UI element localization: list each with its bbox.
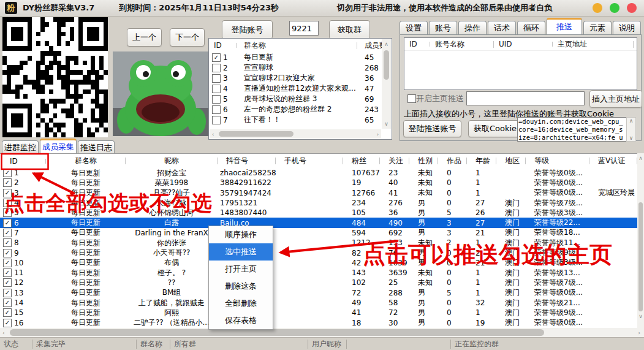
insert-home-button[interactable]: 插入主页地址 [589,90,642,108]
get-group-button[interactable]: 获取群 [329,20,370,39]
tab-说明[interactable]: 说明 [613,21,641,34]
minimize-button[interactable] [593,3,602,13]
member-hscrollbar[interactable]: ‹ › [0,328,644,337]
table-row[interactable]: ✓11每日更新橙子。 ?1433639未知01澳门荣誉等级13... [0,268,637,278]
row-checkbox[interactable]: ✓ [3,278,12,287]
row-checkbox[interactable]: ✓ [3,308,12,317]
column-header[interactable]: 等级 [526,156,589,166]
row-checkbox[interactable]: ✓ [3,249,12,257]
column-header[interactable]: 主页地址 [553,39,634,50]
menu-item-全部删除[interactable]: 全部删除 [209,295,273,312]
row-checkbox[interactable]: ✓ [3,319,12,327]
column-header[interactable]: ID [404,40,430,48]
login-push-button[interactable]: 登陆推送账号 [403,120,461,137]
column-header[interactable]: 群名称 [46,156,126,166]
menu-item-选中推送[interactable]: 选中推送 [209,243,273,261]
table-row[interactable]: ✓14每日更新上了贼船，就跟贼走4958男032澳门荣誉等级21... [0,298,637,308]
table-row[interactable]: ✓4每日更新天海??脉17951321234276男027澳门荣誉等级7级... [0,198,637,208]
column-header[interactable]: 群名称 [237,40,357,51]
table-row[interactable]: 5虎哥球坛说的粉丝群 369 [209,94,392,104]
row-checkbox[interactable]: ✓ [3,238,12,247]
column-header[interactable]: 关注 [380,156,409,166]
table-row[interactable]: ✓2每日更新菜菜1998388429116221940未知01荣誉等级0级... [0,178,637,188]
scroll-left-icon[interactable]: ‹ [2,330,5,336]
row-checkbox[interactable]: ✓ [3,169,12,177]
column-header[interactable]: 账号名称 [430,39,494,50]
scroll-up-icon[interactable]: ∧ [637,155,644,161]
tab-推送日志[interactable]: 推送日志 [78,140,115,154]
member-hscroll-thumb[interactable] [10,329,544,336]
table-row[interactable]: ✓6每日更新白露Bailu.co484490男327澳门荣誉等级22... [0,218,637,227]
row-checkbox[interactable]: ✓ [3,229,12,237]
row-checkbox[interactable]: ✓ [3,259,12,267]
row-checkbox[interactable] [212,85,221,93]
row-checkbox[interactable]: ✓ [3,268,12,277]
table-row[interactable]: ✓9每日更新小天哥哥??8276男02澳门荣誉等级9级... [0,248,637,257]
cookie-scrollbar[interactable]: ∧∨ [626,117,636,142]
row-checkbox[interactable] [212,116,221,124]
row-checkbox[interactable]: ✓ [3,199,12,207]
column-header[interactable]: 昵称 [126,156,218,166]
group-hscroll-thumb[interactable] [219,131,294,137]
table-row[interactable]: ✓5每日更新心怀锦绣山河148380744010536男526澳门荣誉等级3级.… [0,208,637,218]
scroll-down-icon[interactable]: ∨ [382,121,391,127]
scroll-right-icon[interactable]: › [638,330,640,336]
column-header[interactable]: ID [209,41,237,50]
row-checkbox[interactable]: ✓ [3,189,12,197]
row-checkbox[interactable] [212,95,221,104]
tab-循环[interactable]: 循环 [517,21,545,34]
menu-item-删除这条[interactable]: 删除这条 [209,278,273,295]
tab-元素[interactable]: 元素 [583,21,612,34]
column-header[interactable]: 作品 [438,156,467,166]
table-row[interactable]: 4直播通知粉丝群12欢迎大家来观...47 [209,83,392,94]
table-row[interactable]: ✓12每日更新??10225未知01澳门荣誉等级7级... [0,278,637,287]
scroll-down-icon[interactable]: ∨ [637,313,644,319]
row-checkbox[interactable]: ✓ [3,208,12,217]
row-checkbox[interactable] [212,64,221,72]
home-push-checkbox[interactable] [407,94,416,103]
table-row[interactable]: ✓8每日更新你的张张1212133未知21澳门荣誉等级11... [0,238,637,248]
scroll-left-icon[interactable]: ‹ [212,131,214,137]
group-vscroll-thumb[interactable] [384,50,389,80]
column-header[interactable]: 抖音号 [218,156,276,166]
row-checkbox[interactable] [212,105,221,114]
tab-设置[interactable]: 设置 [400,21,428,34]
group-hscrollbar[interactable]: ‹ › [210,129,381,139]
table-row[interactable]: ✓1每日更新招财金宝zhaocai25825810763723未知01荣誉等级0… [0,168,637,178]
table-row[interactable]: ✓7每日更新Darling in the FranX594692男321澳门荣誉… [0,228,637,238]
row-checkbox[interactable]: ✓ [3,299,12,307]
tab-操作[interactable]: 操作 [458,21,487,34]
tab-话术[interactable]: 话术 [488,21,516,34]
get-cookie-button[interactable]: 获取Cookie [468,120,522,137]
scroll-right-icon[interactable]: › [376,131,379,137]
row-checkbox[interactable]: ✓ [3,178,12,187]
prev-button[interactable]: 上一个 [127,28,162,47]
table-row[interactable]: 3宣宣聊球2口欢迎大家36 [209,73,392,83]
menu-item-顺序操作[interactable]: 顺序操作 [209,226,273,243]
next-button[interactable]: 下一个 [170,28,205,47]
member-vscrollbar[interactable]: ∧ ∨ [637,153,644,328]
table-row[interactable]: ✓1每日更新45 [209,52,392,63]
row-checkbox[interactable]: ✓ [3,289,12,297]
column-header[interactable]: 手机号 [276,156,343,166]
column-header[interactable]: 粉丝 [343,156,380,166]
member-vscroll-thumb[interactable] [638,202,643,311]
cookie-textarea[interactable]: =douyin.com;device_web_cpu_core=16;devic… [517,117,627,142]
group-vscrollbar[interactable]: ∧ ∨ [382,39,391,129]
tab-账号[interactable]: 账号 [429,21,457,34]
scroll-up-icon[interactable]: ∧ [382,41,391,47]
row-checkbox[interactable]: ✓ [3,219,12,227]
column-header[interactable]: UID [494,40,553,48]
scroll-down-icon[interactable]: ∨ [629,135,634,141]
table-row[interactable]: 6左一的奇思妙想的粉丝群 2243 [209,104,392,115]
column-header[interactable]: ID [0,157,46,165]
table-row[interactable]: ✓3每日更新月亮??仙子357919474241276641未知01荣誉等级0级… [0,188,637,198]
table-row[interactable]: ✓10每日更新布偶421039男021澳门荣誉等级3级... [0,258,637,268]
scroll-up-icon[interactable]: ∧ [629,118,634,124]
column-header[interactable]: 地区 [496,156,526,166]
menu-item-打开主页[interactable]: 打开主页 [209,261,273,278]
column-header[interactable]: 年龄 [467,156,496,166]
table-row[interactable]: 7往下看！！65 [209,115,392,125]
tab-推送[interactable]: 推送 [547,18,582,34]
table-row[interactable]: ✓15每日更新阿熙4172男01澳门荣誉等级9级... [0,308,637,318]
